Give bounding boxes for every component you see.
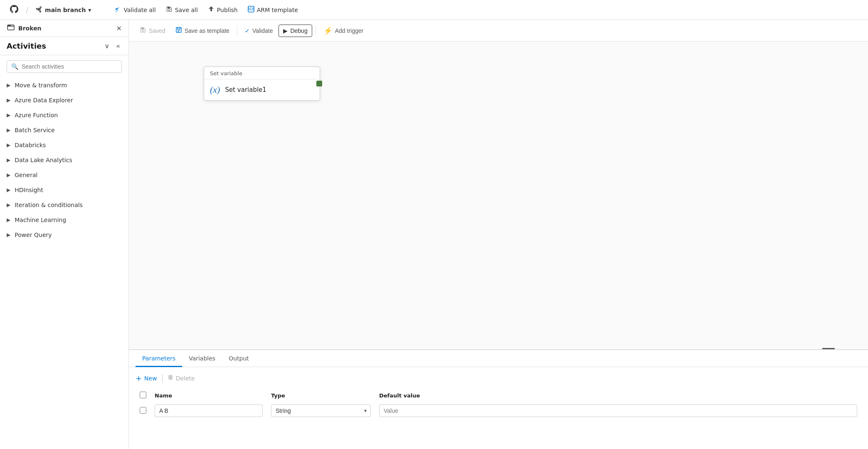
search-input[interactable] <box>22 63 117 70</box>
canvas-area: Saved Save as template ✓ Validate ▶ Debu… <box>129 20 868 449</box>
github-icon <box>10 5 18 15</box>
sidebar-controls: ∨ « <box>103 41 122 51</box>
chevron-icon: ▶ <box>7 97 10 103</box>
broken-close-button[interactable]: ✕ <box>116 25 122 32</box>
bottom-tabs: Parameters Variables Output <box>129 350 868 367</box>
top-bar: / main branch ▾ Validate all Save all Pu… <box>0 0 868 20</box>
row-type-cell: String Bool Array Object Integer Float ▾ <box>267 402 375 419</box>
save-as-template-button[interactable]: Save as template <box>171 24 234 37</box>
save-as-template-label: Save as template <box>185 27 229 34</box>
activity-item-move-transform[interactable]: ▶ Move & transform <box>0 78 128 93</box>
add-trigger-icon: ⚡ <box>323 26 333 35</box>
saved-button[interactable]: Saved <box>136 24 170 37</box>
collapse-left-button[interactable]: « <box>114 41 122 51</box>
row-name-cell <box>150 402 267 419</box>
validate-icon: ✓ <box>245 27 250 34</box>
type-select-wrapper: String Bool Array Object Integer Float ▾ <box>271 405 371 417</box>
minimize-bar[interactable] <box>822 348 835 349</box>
chevron-icon: ▶ <box>7 127 10 133</box>
delete-button[interactable]: Delete <box>168 375 195 382</box>
tab-output-label: Output <box>229 355 249 362</box>
bottom-actions: + New Delete <box>136 374 861 382</box>
row-checkbox[interactable] <box>140 407 146 414</box>
activity-item-batch-service[interactable]: ▶ Batch Service <box>0 123 128 138</box>
name-input[interactable] <box>155 405 263 417</box>
activity-item-databricks[interactable]: ▶ Databricks <box>0 138 128 153</box>
collapse-down-button[interactable]: ∨ <box>103 41 111 51</box>
set-variable-card[interactable]: Set variable (x) Set variable1 <box>204 67 320 101</box>
col-value-header: Default value <box>375 389 861 402</box>
svg-text:ADF: ADF <box>248 7 254 11</box>
save-all-button[interactable]: Save all <box>163 4 201 15</box>
chevron-icon: ▶ <box>7 187 10 193</box>
broken-panel: Broken ✕ <box>0 20 128 37</box>
activity-item-power-query[interactable]: ▶ Power Query <box>0 227 128 242</box>
chevron-icon: ▶ <box>7 157 10 163</box>
search-icon: 🔍 <box>11 63 18 70</box>
activity-label: HDInsight <box>15 187 43 193</box>
value-input[interactable] <box>379 405 857 417</box>
branch-selector[interactable]: main branch ▾ <box>32 4 94 15</box>
sidebar: Broken ✕ Activities ∨ « 🔍 ▶ Move & trans… <box>0 20 129 449</box>
trash-icon <box>168 375 173 382</box>
activity-item-iteration[interactable]: ▶ Iteration & conditionals <box>0 197 128 212</box>
chevron-icon: ▶ <box>7 217 10 223</box>
activity-item-azure-function[interactable]: ▶ Azure Function <box>0 108 128 123</box>
activity-item-azure-data-explorer[interactable]: ▶ Azure Data Explorer <box>0 93 128 108</box>
activity-label: Machine Learning <box>15 217 66 223</box>
activity-label: Batch Service <box>15 127 54 133</box>
debug-button[interactable]: ▶ Debug <box>279 25 312 37</box>
chevron-icon: ▶ <box>7 202 10 208</box>
activity-label: Power Query <box>15 232 52 238</box>
type-select[interactable]: String Bool Array Object Integer Float <box>271 405 371 417</box>
col-checkbox <box>136 389 150 402</box>
plus-icon: + <box>136 374 142 382</box>
debug-icon: ▶ <box>283 27 288 34</box>
svg-point-3 <box>8 25 9 26</box>
validate-all-label: Validate all <box>123 7 155 13</box>
publish-icon <box>208 6 215 14</box>
activity-item-machine-learning[interactable]: ▶ Machine Learning <box>0 212 128 227</box>
activity-item-hdinsight[interactable]: ▶ HDInsight <box>0 183 128 197</box>
activity-label: Azure Function <box>15 112 58 118</box>
activity-label: Databricks <box>15 142 46 148</box>
chevron-icon: ▶ <box>7 142 10 148</box>
activities-header: Activities ∨ « <box>0 37 128 55</box>
tab-variables[interactable]: Variables <box>182 350 222 367</box>
arm-template-button[interactable]: ADF ARM template <box>244 4 301 15</box>
col-type-header: Type <box>267 389 375 402</box>
activity-label: Iteration & conditionals <box>15 202 83 208</box>
saved-icon <box>140 27 146 35</box>
card-name: Set variable1 <box>225 86 266 94</box>
activity-label: General <box>15 172 37 178</box>
tab-variables-label: Variables <box>189 355 215 362</box>
select-all-checkbox[interactable] <box>140 392 146 398</box>
validate-button[interactable]: ✓ Validate <box>241 25 277 37</box>
action-separator <box>162 374 163 382</box>
canvas-toolbar: Saved Save as template ✓ Validate ▶ Debu… <box>129 20 868 42</box>
validate-all-icon <box>114 6 121 14</box>
chevron-icon: ▶ <box>7 172 10 178</box>
validate-all-button[interactable]: Validate all <box>111 4 159 15</box>
branch-name: main branch <box>45 7 86 13</box>
arm-template-icon: ADF <box>248 6 254 14</box>
github-link[interactable] <box>7 3 22 17</box>
variable-icon: (x) <box>210 84 220 95</box>
broken-icon <box>7 23 15 33</box>
toolbar-separator-2 <box>316 26 316 36</box>
validate-label: Validate <box>252 27 273 34</box>
activity-item-general[interactable]: ▶ General <box>0 168 128 183</box>
publish-button[interactable]: Publish <box>205 4 241 15</box>
add-trigger-button[interactable]: ⚡ Add trigger <box>319 24 367 38</box>
table-row: String Bool Array Object Integer Float ▾ <box>136 402 861 419</box>
pipeline-canvas[interactable]: Set variable (x) Set variable1 <box>129 42 868 349</box>
add-trigger-label: Add trigger <box>335 27 363 34</box>
tab-parameters[interactable]: Parameters <box>136 350 182 367</box>
row-checkbox-cell <box>136 402 150 419</box>
broken-label: Broken <box>18 25 42 32</box>
activities-list: ▶ Move & transform ▶ Azure Data Explorer… <box>0 78 128 449</box>
activities-title: Activities <box>7 42 46 50</box>
activity-item-data-lake[interactable]: ▶ Data Lake Analytics <box>0 153 128 168</box>
tab-output[interactable]: Output <box>222 350 256 367</box>
new-button[interactable]: + New <box>136 374 157 382</box>
